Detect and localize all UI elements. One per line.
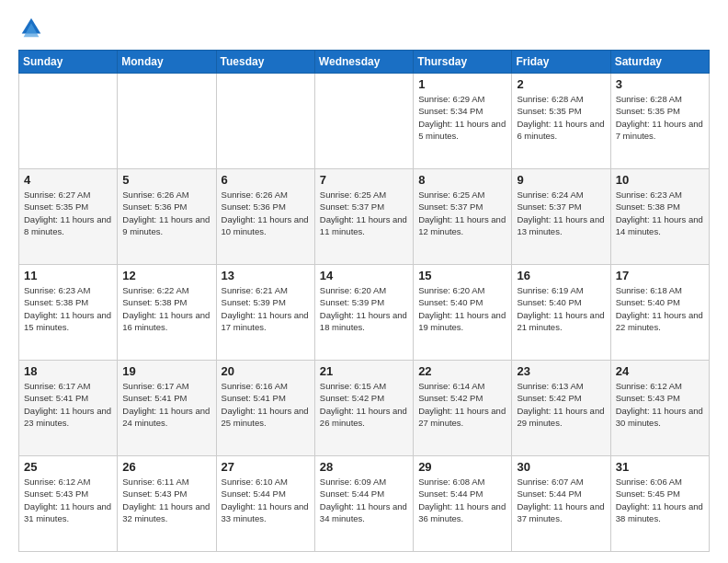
calendar-header-friday: Friday (512, 51, 610, 74)
calendar-week-1: 1Sunrise: 6:29 AM Sunset: 5:34 PM Daylig… (19, 74, 710, 169)
calendar-cell: 11Sunrise: 6:23 AM Sunset: 5:38 PM Dayli… (19, 265, 118, 361)
day-info: Sunrise: 6:19 AM Sunset: 5:40 PM Dayligh… (517, 284, 605, 333)
day-number: 24 (616, 364, 704, 378)
calendar-cell (19, 74, 118, 169)
calendar-cell: 26Sunrise: 6:11 AM Sunset: 5:43 PM Dayli… (118, 456, 216, 552)
calendar-cell: 8Sunrise: 6:25 AM Sunset: 5:37 PM Daylig… (414, 169, 512, 265)
day-info: Sunrise: 6:15 AM Sunset: 5:42 PM Dayligh… (320, 380, 408, 429)
day-info: Sunrise: 6:17 AM Sunset: 5:41 PM Dayligh… (122, 380, 210, 429)
calendar-cell: 14Sunrise: 6:20 AM Sunset: 5:39 PM Dayli… (314, 265, 413, 361)
calendar-cell: 31Sunrise: 6:06 AM Sunset: 5:45 PM Dayli… (610, 456, 709, 552)
calendar-header-row: SundayMondayTuesdayWednesdayThursdayFrid… (19, 51, 710, 74)
day-info: Sunrise: 6:29 AM Sunset: 5:34 PM Dayligh… (418, 93, 506, 142)
calendar-cell: 7Sunrise: 6:25 AM Sunset: 5:37 PM Daylig… (314, 169, 413, 265)
calendar-cell: 24Sunrise: 6:12 AM Sunset: 5:43 PM Dayli… (610, 361, 709, 456)
calendar-cell: 10Sunrise: 6:23 AM Sunset: 5:38 PM Dayli… (610, 169, 709, 265)
day-number: 23 (517, 364, 605, 378)
day-number: 12 (122, 269, 210, 282)
day-info: Sunrise: 6:11 AM Sunset: 5:43 PM Dayligh… (122, 476, 210, 524)
calendar-cell: 15Sunrise: 6:20 AM Sunset: 5:40 PM Dayli… (414, 265, 512, 361)
calendar-cell: 3Sunrise: 6:28 AM Sunset: 5:35 PM Daylig… (610, 74, 709, 169)
calendar-cell: 30Sunrise: 6:07 AM Sunset: 5:44 PM Dayli… (512, 456, 610, 552)
day-info: Sunrise: 6:22 AM Sunset: 5:38 PM Dayligh… (122, 284, 210, 333)
day-number: 20 (222, 364, 310, 378)
day-info: Sunrise: 6:24 AM Sunset: 5:37 PM Dayligh… (517, 189, 605, 237)
calendar-week-3: 11Sunrise: 6:23 AM Sunset: 5:38 PM Dayli… (19, 265, 710, 361)
day-number: 22 (418, 364, 506, 378)
day-info: Sunrise: 6:23 AM Sunset: 5:38 PM Dayligh… (616, 189, 704, 237)
calendar-cell: 27Sunrise: 6:10 AM Sunset: 5:44 PM Dayli… (216, 456, 314, 552)
day-info: Sunrise: 6:14 AM Sunset: 5:42 PM Dayligh… (418, 380, 506, 429)
day-number: 8 (418, 173, 506, 187)
calendar-week-2: 4Sunrise: 6:27 AM Sunset: 5:35 PM Daylig… (19, 169, 710, 265)
day-number: 29 (418, 460, 506, 474)
day-number: 5 (122, 173, 210, 187)
day-number: 15 (418, 269, 506, 282)
calendar-week-4: 18Sunrise: 6:17 AM Sunset: 5:41 PM Dayli… (19, 361, 710, 456)
calendar-cell: 25Sunrise: 6:12 AM Sunset: 5:43 PM Dayli… (19, 456, 118, 552)
day-number: 13 (222, 269, 310, 282)
day-info: Sunrise: 6:10 AM Sunset: 5:44 PM Dayligh… (222, 476, 310, 524)
calendar-cell: 29Sunrise: 6:08 AM Sunset: 5:44 PM Dayli… (414, 456, 512, 552)
day-number: 1 (418, 77, 506, 91)
day-info: Sunrise: 6:13 AM Sunset: 5:42 PM Dayligh… (517, 380, 605, 429)
calendar-cell: 17Sunrise: 6:18 AM Sunset: 5:40 PM Dayli… (610, 265, 709, 361)
day-number: 10 (616, 173, 704, 187)
calendar-week-5: 25Sunrise: 6:12 AM Sunset: 5:43 PM Dayli… (19, 456, 710, 552)
day-number: 3 (616, 77, 704, 91)
day-info: Sunrise: 6:07 AM Sunset: 5:44 PM Dayligh… (517, 476, 605, 524)
calendar-cell: 21Sunrise: 6:15 AM Sunset: 5:42 PM Dayli… (314, 361, 413, 456)
day-number: 18 (24, 364, 112, 378)
day-number: 21 (320, 364, 408, 378)
calendar-header-monday: Monday (118, 51, 216, 74)
calendar-header-thursday: Thursday (414, 51, 512, 74)
day-info: Sunrise: 6:12 AM Sunset: 5:43 PM Dayligh… (24, 476, 112, 524)
calendar-table: SundayMondayTuesdayWednesdayThursdayFrid… (18, 50, 710, 552)
header (18, 15, 710, 40)
day-number: 30 (517, 460, 605, 474)
day-number: 2 (517, 77, 605, 91)
day-number: 31 (616, 460, 704, 474)
day-number: 27 (222, 460, 310, 474)
day-info: Sunrise: 6:28 AM Sunset: 5:35 PM Dayligh… (517, 93, 605, 142)
day-number: 26 (122, 460, 210, 474)
calendar-cell: 22Sunrise: 6:14 AM Sunset: 5:42 PM Dayli… (414, 361, 512, 456)
day-number: 4 (24, 173, 112, 187)
day-number: 25 (24, 460, 112, 474)
day-number: 14 (320, 269, 408, 282)
calendar-cell (314, 74, 413, 169)
day-info: Sunrise: 6:25 AM Sunset: 5:37 PM Dayligh… (418, 189, 506, 237)
day-number: 9 (517, 173, 605, 187)
day-info: Sunrise: 6:16 AM Sunset: 5:41 PM Dayligh… (222, 380, 310, 429)
calendar-cell: 6Sunrise: 6:26 AM Sunset: 5:36 PM Daylig… (216, 169, 314, 265)
day-info: Sunrise: 6:20 AM Sunset: 5:40 PM Dayligh… (418, 284, 506, 333)
logo (18, 15, 48, 40)
day-info: Sunrise: 6:20 AM Sunset: 5:39 PM Dayligh… (320, 284, 408, 333)
calendar-header-tuesday: Tuesday (216, 51, 314, 74)
day-info: Sunrise: 6:21 AM Sunset: 5:39 PM Dayligh… (222, 284, 310, 333)
calendar-cell: 16Sunrise: 6:19 AM Sunset: 5:40 PM Dayli… (512, 265, 610, 361)
day-info: Sunrise: 6:23 AM Sunset: 5:38 PM Dayligh… (24, 284, 112, 333)
calendar-header-saturday: Saturday (610, 51, 709, 74)
day-info: Sunrise: 6:17 AM Sunset: 5:41 PM Dayligh… (24, 380, 112, 429)
calendar-cell (216, 74, 314, 169)
day-number: 19 (122, 364, 210, 378)
calendar-header-wednesday: Wednesday (314, 51, 413, 74)
day-info: Sunrise: 6:08 AM Sunset: 5:44 PM Dayligh… (418, 476, 506, 524)
calendar-cell: 20Sunrise: 6:16 AM Sunset: 5:41 PM Dayli… (216, 361, 314, 456)
calendar-cell: 5Sunrise: 6:26 AM Sunset: 5:36 PM Daylig… (118, 169, 216, 265)
day-info: Sunrise: 6:26 AM Sunset: 5:36 PM Dayligh… (122, 189, 210, 237)
calendar-cell: 28Sunrise: 6:09 AM Sunset: 5:44 PM Dayli… (314, 456, 413, 552)
day-info: Sunrise: 6:09 AM Sunset: 5:44 PM Dayligh… (320, 476, 408, 524)
calendar-header-sunday: Sunday (19, 51, 118, 74)
day-number: 6 (222, 173, 310, 187)
calendar-cell: 23Sunrise: 6:13 AM Sunset: 5:42 PM Dayli… (512, 361, 610, 456)
day-info: Sunrise: 6:26 AM Sunset: 5:36 PM Dayligh… (222, 189, 310, 237)
day-info: Sunrise: 6:27 AM Sunset: 5:35 PM Dayligh… (24, 189, 112, 237)
day-number: 7 (320, 173, 408, 187)
day-number: 28 (320, 460, 408, 474)
day-info: Sunrise: 6:06 AM Sunset: 5:45 PM Dayligh… (616, 476, 704, 524)
calendar-cell: 1Sunrise: 6:29 AM Sunset: 5:34 PM Daylig… (414, 74, 512, 169)
calendar-cell: 9Sunrise: 6:24 AM Sunset: 5:37 PM Daylig… (512, 169, 610, 265)
calendar-cell (118, 74, 216, 169)
